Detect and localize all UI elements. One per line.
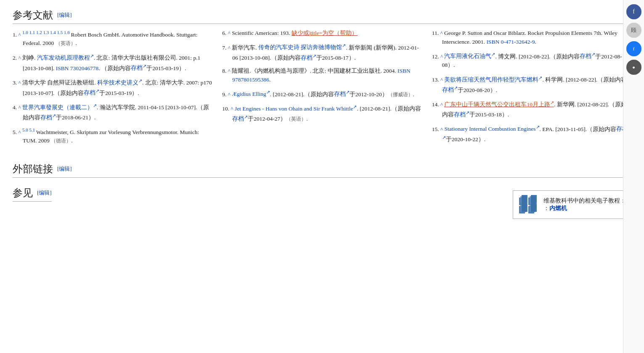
- ref-item-5: 5. ^ 5.0 5.1 Wachtmeister, G. Skriptum z…: [13, 126, 212, 145]
- wikibooks-link[interactable]: 内燃机: [549, 205, 567, 211]
- wikibooks-title-label: ：: [543, 205, 549, 211]
- ext-link-icon: ↗: [138, 78, 142, 83]
- archive-link[interactable]: 存档↗: [131, 65, 146, 71]
- ref-link[interactable]: 汽车用液化石油气↗: [444, 53, 495, 59]
- ref-number: 14.: [432, 101, 440, 108]
- isbn-link[interactable]: ISBN 7302046778: [56, 65, 99, 71]
- ext-link-icon: ↗: [90, 53, 94, 58]
- ref-item-7: 7. ^ 新华汽车. 传奇的汽车史诗 探访奔驰博物馆↗. 新华新闻 (新华网).…: [222, 42, 421, 63]
- sidebar-btn-3[interactable]: f: [626, 41, 641, 56]
- see-also-left: 参见 [编辑]: [13, 186, 52, 207]
- ref-link[interactable]: 传奇的汽车史诗 探访奔驰博物馆↗: [258, 44, 346, 50]
- archive-link[interactable]: 存档↗: [580, 53, 595, 59]
- ref-link[interactable]: Jet Engines - Hans von Ohain and Sir Fra…: [235, 105, 357, 112]
- ref-up-arrow[interactable]: ^: [228, 30, 231, 36]
- ref-item-8: 8. ^ 陆耀祖.《内燃机构造与原理》. 北京: 中国建材工业出版社. 2004…: [222, 67, 421, 84]
- ref-up-arrow[interactable]: ^: [19, 55, 21, 61]
- ref-up-arrow[interactable]: ^: [440, 101, 443, 108]
- see-also-heading: 参见 [编辑]: [13, 186, 52, 202]
- ext-link-icon: ↗: [550, 100, 554, 105]
- ref-list-1: 1. ^ 1.0 1.1 1.2 1.3 1.4 1.5 1.6 Robert …: [13, 29, 212, 145]
- archive-link[interactable]: 存档↗: [334, 91, 350, 97]
- ref-item-9: 9. ^ Ægidius Elling↗. [2012-08-21].（原始内容…: [222, 89, 421, 99]
- ref-column-1: 1. ^ 1.0 1.1 1.2 1.3 1.4 1.5 1.6 Robert …: [13, 29, 212, 150]
- ref-number: 15.: [432, 126, 440, 132]
- ext-link-icon: ↗: [266, 90, 270, 95]
- ref-up-arrow[interactable]: ^: [19, 104, 21, 111]
- ref-number: 7.: [222, 44, 228, 50]
- references-columns: 1. ^ 1.0 1.1 1.2 1.3 1.4 1.5 1.6 Robert …: [13, 29, 631, 150]
- sidebar-btn-2[interactable]: 顾: [626, 23, 641, 38]
- wikibooks-logo: [518, 194, 539, 215]
- ref-link[interactable]: 汽车发动机原理教程↗: [37, 55, 94, 61]
- ref-number: 10.: [222, 105, 231, 112]
- svg-rect-2: [522, 195, 527, 203]
- ref-item-13: 13. ^ 美欲将压缩天然气用作轻型汽车燃料↗. 科学网. [2012-08-2…: [432, 74, 631, 95]
- ref-link[interactable]: Ægidius Elling↗: [232, 91, 270, 97]
- ext-link-icon: ↗: [536, 124, 540, 129]
- ref-lang-note: （英语）: [56, 40, 76, 46]
- ref-up-arrow[interactable]: ^: [19, 129, 21, 135]
- ref-sup-links: 1.0 1.1 1.2 1.3 1.4 1.5 1.6: [22, 30, 71, 35]
- ref-number: 13.: [432, 76, 440, 83]
- ref-number: 1.: [13, 32, 19, 38]
- references-edit-link[interactable]: [编辑]: [57, 11, 72, 19]
- sidebar-btn-4[interactable]: ●: [626, 60, 641, 75]
- ref-up-arrow[interactable]: ^: [231, 105, 233, 112]
- ref-number: 2.: [13, 55, 19, 61]
- ref-up-arrow[interactable]: ^: [228, 44, 231, 50]
- archive-link[interactable]: 存档↗: [301, 55, 316, 61]
- ref-number: 11.: [432, 30, 440, 36]
- ref-up-arrow[interactable]: ^: [228, 91, 231, 97]
- archive-link[interactable]: 存档↗: [454, 111, 469, 118]
- ref-item-3: 3. ^ 清华大学 自然辩证法教研组. 科学技术史讲义↗. 北京: 清华大学. …: [13, 77, 212, 97]
- isbn-link[interactable]: ISBN 9787801595386: [232, 68, 411, 83]
- ext-link-icon: ↗: [538, 75, 542, 80]
- ext-link-icon: ↗: [353, 104, 357, 109]
- archive-link[interactable]: 存档↗: [442, 87, 458, 93]
- ref-up-arrow[interactable]: ^: [19, 32, 21, 38]
- ref-orange-link[interactable]: 广东中山千辆天然气公交出租车10月上路↗: [444, 101, 554, 108]
- ref-item-15: 15. ^ Stationary Internal Combustion Eng…: [432, 124, 631, 144]
- svg-rect-5: [531, 195, 537, 203]
- wikibooks-box: 维基教科书中的相关电子教程： ：内燃机: [513, 190, 631, 219]
- sidebar-facebook-btn[interactable]: f: [626, 4, 641, 19]
- isbn-link[interactable]: ISBN 0-471-32642-9: [486, 39, 535, 45]
- external-links-section: 外部链接 [编辑]: [13, 162, 631, 178]
- ref-orange-link[interactable]: 缺少或|title=为空（帮助）: [292, 30, 358, 36]
- ref-number: 9.: [222, 91, 228, 97]
- ref-link[interactable]: 美欲将压缩天然气用作轻型汽车燃料↗: [444, 76, 542, 83]
- ref-link[interactable]: 世界汽車發展史（連載二）↗: [22, 104, 97, 111]
- ext-link-icon: ↗: [342, 43, 346, 48]
- archive-link[interactable]: 存档↗: [40, 114, 56, 121]
- external-links-heading: 外部链接 [编辑]: [13, 162, 631, 178]
- ref-item-2: 2. ^ 刘峥. 汽车发动机原理教程↗. 北京: 清华大学出版社有限公司. 20…: [13, 52, 212, 73]
- ref-up-arrow[interactable]: ^: [440, 76, 443, 83]
- ref-up-arrow[interactable]: ^: [440, 126, 443, 132]
- ref-item-14: 14. ^ 广东中山千辆天然气公交出租车10月上路↗. 新华网. [2012-0…: [432, 99, 631, 119]
- archive-link[interactable]: 存档↗: [232, 116, 248, 122]
- ref-item-4: 4. ^ 世界汽車發展史（連載二）↗. 瀚达汽车学院. 2011-04-15 […: [13, 102, 212, 122]
- ref-up-arrow[interactable]: ^: [228, 68, 231, 74]
- ref-column-3: 11. ^ George P. Sutton and Oscar Biblarz…: [432, 29, 631, 150]
- ref-link[interactable]: Stationary Internal Combustion Engines↗: [444, 126, 539, 132]
- ref-up-arrow[interactable]: ^: [19, 79, 21, 86]
- ref-number: 4.: [13, 104, 19, 111]
- see-also-edit-link[interactable]: [编辑]: [37, 189, 52, 197]
- ref-link[interactable]: 科学技术史讲义↗: [97, 79, 142, 86]
- ref-number: 8.: [222, 68, 228, 74]
- ref-item-10: 10. ^ Jet Engines - Hans von Ohain and S…: [222, 103, 421, 124]
- ref-item-6: 6. ^ Scientific American: 193. 缺少或|title…: [222, 29, 421, 38]
- see-also-section: 参见 [编辑] 维基教科书中的相关电子教程：: [13, 186, 631, 219]
- external-links-edit-link[interactable]: [编辑]: [57, 165, 72, 173]
- ref-item-1: 1. ^ 1.0 1.1 1.2 1.3 1.4 1.5 1.6 Robert …: [13, 29, 212, 48]
- ref-list-2: 6. ^ Scientific American: 193. 缺少或|title…: [222, 29, 421, 124]
- ref-item-12: 12. ^ 汽车用液化石油气↗. 博文网. [2012-08-22].（原始内容…: [432, 51, 631, 70]
- ref-number: 6.: [222, 30, 228, 36]
- svg-rect-8: [522, 203, 527, 212]
- archive-link[interactable]: 存档↗: [84, 90, 99, 96]
- ref-up-arrow[interactable]: ^: [440, 30, 443, 36]
- references-heading: 参考文献 [编辑]: [13, 8, 631, 24]
- ref-up-arrow[interactable]: ^: [440, 53, 443, 59]
- ref-lang-note: （挪威语）: [388, 91, 413, 97]
